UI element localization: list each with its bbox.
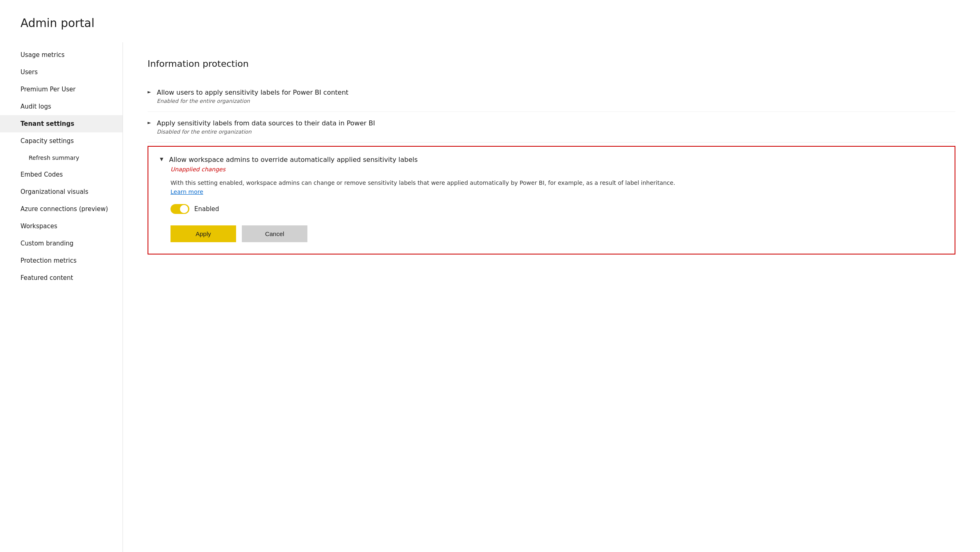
setting-label-2: Apply sensitivity labels from data sourc…: [157, 119, 955, 127]
page-container: Admin portal Usage metricsUsersPremium P…: [0, 0, 980, 552]
toggle-track: [171, 204, 189, 214]
section-title: Information protection: [148, 59, 955, 69]
panel-description: With this setting enabled, workspace adm…: [171, 178, 943, 197]
toggle-thumb: [180, 205, 188, 213]
unapplied-changes-label: Unapplied changes: [171, 166, 943, 173]
toggle-label: Enabled: [194, 205, 219, 213]
setting-row-1: ► Allow users to apply sensitivity label…: [148, 81, 955, 112]
sidebar-item-capacity-settings[interactable]: Capacity settings: [0, 132, 123, 150]
content-area: Usage metricsUsersPremium Per UserAudit …: [0, 42, 980, 552]
cancel-button[interactable]: Cancel: [242, 225, 307, 242]
setting-status-2: Disabled for the entire organization: [157, 129, 955, 135]
chevron-icon-1[interactable]: ►: [148, 89, 151, 95]
sidebar-item-embed-codes[interactable]: Embed Codes: [0, 166, 123, 183]
panel-header: ▼ Allow workspace admins to override aut…: [160, 156, 943, 164]
sidebar-item-users[interactable]: Users: [0, 64, 123, 81]
main-content: Information protection ► Allow users to …: [123, 42, 980, 552]
toggle-row: Enabled: [171, 204, 943, 214]
sidebar-item-featured-content[interactable]: Featured content: [0, 269, 123, 286]
panel-title: Allow workspace admins to override autom…: [169, 156, 943, 164]
sidebar-item-audit-logs[interactable]: Audit logs: [0, 98, 123, 115]
setting-row-2: ► Apply sensitivity labels from data sou…: [148, 112, 955, 143]
sidebar-item-custom-branding[interactable]: Custom branding: [0, 235, 123, 252]
setting-text-2: Apply sensitivity labels from data sourc…: [157, 119, 955, 135]
sidebar-item-usage-metrics[interactable]: Usage metrics: [0, 46, 123, 64]
page-title: Admin portal: [0, 16, 980, 42]
sidebar-item-protection-metrics[interactable]: Protection metrics: [0, 252, 123, 269]
sidebar-item-refresh-summary[interactable]: Refresh summary: [0, 150, 123, 166]
button-row: Apply Cancel: [171, 225, 943, 242]
toggle-switch[interactable]: [171, 204, 189, 214]
chevron-icon-3[interactable]: ▼: [160, 157, 163, 162]
setting-text-1: Allow users to apply sensitivity labels …: [157, 89, 955, 104]
sidebar: Usage metricsUsersPremium Per UserAudit …: [0, 42, 123, 552]
description-text: With this setting enabled, workspace adm…: [171, 179, 675, 186]
chevron-icon-2[interactable]: ►: [148, 120, 151, 125]
expanded-panel: ▼ Allow workspace admins to override aut…: [148, 146, 955, 254]
setting-status-1: Enabled for the entire organization: [157, 98, 955, 104]
sidebar-item-workspaces[interactable]: Workspaces: [0, 218, 123, 235]
sidebar-item-tenant-settings[interactable]: Tenant settings: [0, 115, 123, 132]
sidebar-item-azure-connections[interactable]: Azure connections (preview): [0, 200, 123, 218]
apply-button[interactable]: Apply: [171, 225, 236, 242]
setting-label-1: Allow users to apply sensitivity labels …: [157, 89, 955, 96]
sidebar-item-organizational-visuals[interactable]: Organizational visuals: [0, 183, 123, 200]
sidebar-item-premium-per-user[interactable]: Premium Per User: [0, 81, 123, 98]
learn-more-link[interactable]: Learn more: [171, 189, 203, 195]
